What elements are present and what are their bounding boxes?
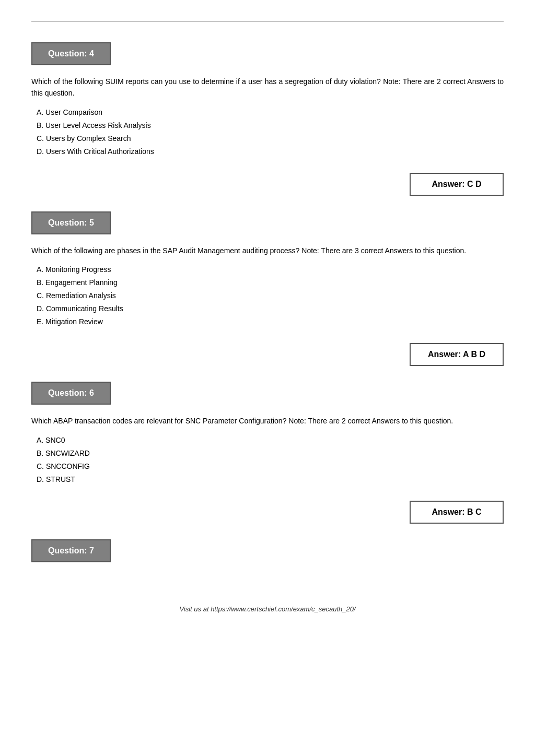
options-q5: A. Monitoring ProgressB. Engagement Plan… [31, 264, 504, 327]
option-item: D. STRUST [37, 474, 504, 485]
option-item: B. User Level Access Risk Analysis [37, 120, 504, 131]
top-divider [31, 21, 504, 21]
option-item: D. Users With Critical Authorizations [37, 146, 504, 157]
options-q6: A. SNC0B. SNCWIZARDC. SNCCONFIGD. STRUST [31, 435, 504, 485]
question-header-q5: Question: 5 [31, 211, 111, 234]
question-header-q7: Question: 7 [31, 539, 111, 562]
question-block-q7: Question: 7 [31, 539, 504, 573]
option-item: D. Communicating Results [37, 303, 504, 314]
answer-box-q4: Answer: C D [410, 173, 504, 196]
options-q4: A. User ComparisonB. User Level Access R… [31, 107, 504, 157]
question-text-q4: Which of the following SUIM reports can … [31, 76, 504, 99]
question-text-q6: Which ABAP transaction codes are relevan… [31, 415, 504, 427]
option-item: C. SNCCONFIG [37, 461, 504, 472]
answer-box-q6: Answer: B C [410, 501, 504, 524]
option-item: A. SNC0 [37, 435, 504, 446]
question-header-q4: Question: 4 [31, 42, 111, 65]
question-header-q6: Question: 6 [31, 382, 111, 405]
option-item: C. Users by Complex Search [37, 133, 504, 144]
answer-box-q5: Answer: A B D [410, 343, 504, 366]
option-item: A. User Comparison [37, 107, 504, 118]
option-item: B. SNCWIZARD [37, 448, 504, 459]
answer-wrapper-q4: Answer: C D [31, 173, 504, 196]
question-text-q5: Which of the following are phases in the… [31, 245, 504, 256]
footer-link: Visit us at https://www.certschief.com/e… [31, 604, 504, 615]
option-item: A. Monitoring Progress [37, 264, 504, 275]
option-item: B. Engagement Planning [37, 277, 504, 288]
option-item: E. Mitigation Review [37, 316, 504, 327]
question-block-q6: Question: 6Which ABAP transaction codes … [31, 382, 504, 485]
answer-wrapper-q5: Answer: A B D [31, 343, 504, 366]
question-block-q4: Question: 4Which of the following SUIM r… [31, 42, 504, 157]
answer-wrapper-q6: Answer: B C [31, 501, 504, 524]
question-block-q5: Question: 5Which of the following are ph… [31, 211, 504, 327]
option-item: C. Remediation Analysis [37, 290, 504, 301]
